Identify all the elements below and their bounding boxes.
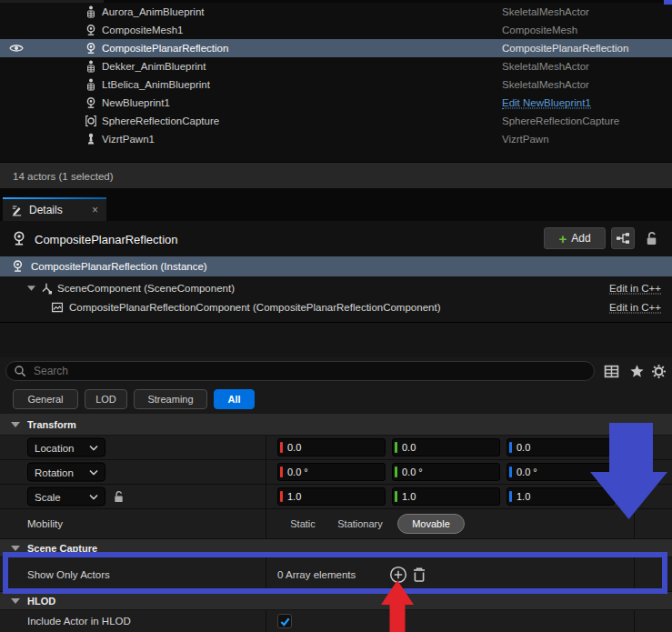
- outliner-row-vizrtpawn1[interactable]: VizrtPawn1 VizrtPawn: [0, 130, 672, 148]
- outliner-row-aurora[interactable]: Aurora_AnimBlueprint SkeletalMeshActor: [0, 3, 672, 21]
- axis-y-bar: [395, 466, 397, 477]
- browse-blueprint-button[interactable]: [611, 227, 635, 249]
- skeletal-mesh-icon: [85, 5, 97, 18]
- component-tree: CompositePlanarReflection (Instance) Sce…: [0, 256, 672, 357]
- search-box[interactable]: [5, 361, 595, 381]
- chevron-down-icon: [89, 494, 98, 499]
- scale-x-input[interactable]: 1.0: [277, 487, 386, 506]
- add-component-button[interactable]: + Add: [544, 227, 606, 249]
- location-y-input[interactable]: 0.0: [392, 438, 500, 456]
- lock-open-icon[interactable]: [645, 231, 658, 246]
- scale-dropdown[interactable]: Scale: [27, 487, 105, 507]
- divider: [266, 509, 266, 538]
- divider: [266, 610, 266, 632]
- gear-icon[interactable]: [651, 364, 667, 379]
- divider: [634, 610, 635, 632]
- include-in-hlod-checkbox[interactable]: [277, 614, 292, 628]
- outliner-row-compositemesh1[interactable]: CompositeMesh1 CompositeMesh: [0, 21, 672, 39]
- divider: [634, 460, 635, 484]
- axis-y-bar: [395, 442, 397, 453]
- search-input[interactable]: [32, 364, 587, 378]
- actor-type: CompositePlanarReflection: [502, 43, 628, 54]
- location-dropdown[interactable]: Location: [27, 438, 105, 457]
- outliner-row-spherereflectioncapture[interactable]: SphereReflectionCapture SphereReflection…: [0, 112, 672, 130]
- actor-name: CompositePlanarReflection: [102, 43, 228, 54]
- divider: [266, 485, 266, 508]
- scale-label: Scale: [35, 491, 61, 502]
- tab-details[interactable]: Details ×: [3, 197, 106, 221]
- instance-row-label: CompositePlanarReflection (Instance): [31, 261, 207, 272]
- section-header-transform[interactable]: Transform: [0, 414, 672, 436]
- section-header-hlod[interactable]: HLOD: [0, 592, 672, 610]
- component-row-scenecomponent[interactable]: SceneComponent (SceneComponent) Edit in …: [0, 278, 672, 297]
- chevron-down-icon: [89, 469, 98, 475]
- actor-type: SkeletalMeshActor: [502, 79, 589, 90]
- scale-z-input[interactable]: 1.0: [507, 487, 615, 506]
- rotation-z-input[interactable]: 0.0 °: [507, 463, 615, 481]
- axis-x-bar: [280, 442, 283, 453]
- actor-name: LtBelica_AnimBlueprint: [102, 79, 210, 90]
- show-only-actors-label: Show Only Actors: [27, 569, 110, 580]
- mobility-movable-option[interactable]: Movable: [397, 514, 465, 534]
- clipped-blue-button: [664, 0, 672, 5]
- rotation-x-input[interactable]: 0.0 °: [277, 463, 386, 481]
- hlod-header-label: HLOD: [27, 596, 55, 607]
- rotation-y-value: 0.0 °: [402, 466, 423, 477]
- planar-reflection-component-icon: [51, 301, 64, 314]
- include-actor-in-hlod-row: Include Actor in HLOD: [0, 610, 672, 632]
- outliner-row-ltbelica[interactable]: LtBelica_AnimBlueprint SkeletalMeshActor: [0, 75, 672, 94]
- actor-type: SphereReflectionCapture: [502, 115, 619, 126]
- scale-y-input[interactable]: 1.0: [392, 487, 500, 506]
- scale-lock-open-icon[interactable]: [113, 490, 125, 504]
- filter-all-button[interactable]: All: [214, 389, 255, 409]
- axis-x-bar: [280, 466, 283, 477]
- skeletal-mesh-icon: [85, 78, 97, 91]
- chevron-down-icon[interactable]: [27, 286, 35, 291]
- favorites-star-icon[interactable]: [629, 364, 645, 379]
- display-options-icon[interactable]: [604, 364, 619, 379]
- rotation-dropdown[interactable]: Rotation: [27, 463, 105, 482]
- actor-type: CompositeMesh: [502, 25, 577, 35]
- rotation-row: Rotation 0.0 ° 0.0 ° 0.0 °: [0, 460, 672, 485]
- scene-capture-header-label: Scene Capture: [27, 543, 97, 554]
- edit-blueprint-link[interactable]: Edit NewBlueprint1: [502, 97, 591, 109]
- component-row-cprcomponent[interactable]: CompositePlanarReflectionComponent (Comp…: [0, 297, 672, 316]
- page-title: CompositePlanarReflection: [35, 232, 178, 246]
- chevron-down-icon: [11, 546, 20, 551]
- axis-z-bar: [509, 466, 512, 477]
- outliner-row-compositeplanarreflection-selected[interactable]: CompositePlanarReflection CompositePlana…: [0, 39, 672, 57]
- camera-actor-icon: [85, 24, 97, 36]
- details-tab-label: Details: [29, 204, 63, 216]
- add-button-label: Add: [571, 232, 590, 245]
- mobility-row: Mobility Static Stationary Movable: [0, 509, 672, 539]
- filter-streaming-button[interactable]: Streaming: [134, 389, 207, 409]
- location-y-value: 0.0: [402, 442, 416, 453]
- filter-general-button[interactable]: General: [13, 389, 78, 409]
- add-array-element-icon[interactable]: [389, 566, 407, 584]
- axis-z-bar: [509, 491, 512, 502]
- edit-in-cpp-link[interactable]: Edit in C++: [609, 301, 661, 313]
- actor-name: Aurora_AnimBlueprint: [102, 6, 205, 17]
- visibility-eye-icon[interactable]: [9, 43, 24, 54]
- divider: [634, 557, 635, 591]
- divider: [634, 509, 635, 538]
- rotation-y-input[interactable]: 0.0 °: [392, 463, 500, 481]
- close-icon[interactable]: ×: [92, 204, 98, 216]
- location-x-input[interactable]: 0.0: [277, 438, 386, 456]
- divider: [0, 322, 672, 323]
- filter-lod-button[interactable]: LOD: [85, 389, 127, 409]
- location-row: Location 0.0 0.0 0.0: [0, 436, 672, 460]
- component-row-instance-selected[interactable]: CompositePlanarReflection (Instance): [0, 256, 672, 276]
- rotation-label: Rotation: [35, 466, 74, 477]
- search-icon: [14, 365, 26, 377]
- location-z-input[interactable]: 0.0: [507, 438, 615, 456]
- outliner-row-newblueprint1[interactable]: NewBlueprint1 Edit NewBlueprint1: [0, 94, 672, 112]
- cpr-component-label: CompositePlanarReflectionComponent (Comp…: [69, 302, 440, 313]
- mobility-static-option[interactable]: Static: [281, 514, 325, 534]
- outliner-row-dekker[interactable]: Dekker_AnimBlueprint SkeletalMeshActor: [0, 57, 672, 75]
- mobility-stationary-option[interactable]: Stationary: [326, 514, 394, 534]
- edit-in-cpp-link[interactable]: Edit in C++: [609, 282, 661, 294]
- trash-icon[interactable]: [412, 567, 426, 583]
- section-header-scene-capture[interactable]: Scene Capture: [0, 539, 672, 557]
- divider: [266, 436, 266, 459]
